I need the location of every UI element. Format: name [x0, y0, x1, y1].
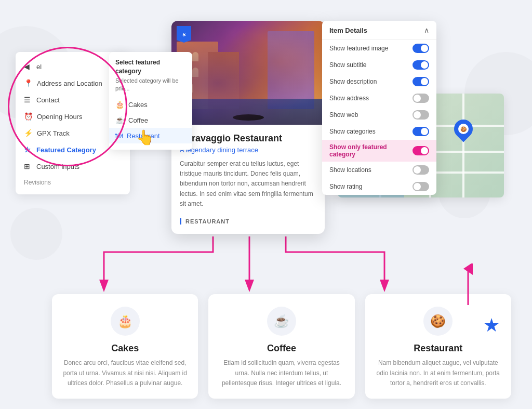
- star-icon: ☆: [24, 146, 32, 154]
- contact-icon: ☰: [24, 96, 32, 104]
- sidebar-item-back-label: el: [36, 63, 42, 71]
- category-panel-header: Select featured category Selected catego…: [109, 58, 192, 97]
- sidebar-item-custom-label: Custom inputs: [36, 163, 79, 170]
- bottom-card-coffee: ☕ Coffee Etiam id sollicitudin quam, viv…: [208, 294, 354, 399]
- category-item-coffee[interactable]: ☕ Coffee: [109, 112, 192, 128]
- restaurant-card-desc-bottom: Nam bibendum aliquet augue, vel vulputat…: [374, 358, 503, 388]
- category-restaurant-label: Restaurant: [127, 132, 160, 140]
- category-item-restaurant[interactable]: 🍽 Restaurant: [109, 128, 192, 143]
- clock-icon: ⏰: [24, 112, 33, 121]
- toggle-row-0: Show featured image: [322, 40, 436, 57]
- restaurant-card-title-bottom: Restaurant: [374, 343, 503, 354]
- category-select-panel: Select featured category Selected catego…: [109, 52, 192, 150]
- cakes-card-desc: Donec arcu orci, faucibus vitae eleifend…: [60, 358, 190, 388]
- toggle-row-1: Show subtitle: [322, 57, 436, 73]
- bottom-card-cakes: 🎂 Cakes Donec arcu orci, faucibus vitae …: [52, 294, 198, 399]
- map-pin-icon: 🍪: [460, 126, 467, 132]
- toggle-row-8: Show rating: [322, 178, 436, 195]
- toggle-label-2: Show description: [329, 78, 377, 85]
- toggle-label-3: Show address: [329, 95, 369, 102]
- coffee-icon: ☕: [115, 116, 124, 124]
- back-icon: ◀: [24, 62, 32, 71]
- sidebar-item-hours-label: Opening Hours: [37, 113, 82, 121]
- category-coffee-label: Coffee: [128, 116, 148, 124]
- toggle-switch-4[interactable]: [413, 110, 429, 120]
- category-panel-subtitle: Selected category will be prio...: [115, 77, 179, 91]
- restaurant-card-subtitle: A legendary dining terrace: [180, 146, 316, 154]
- toggle-row-7: Show locations: [322, 162, 436, 178]
- restaurant-card-description: Curabitur semper erat eu tellus luctus, …: [180, 159, 316, 209]
- bookmark-icon: ★: [177, 26, 191, 43]
- restaurant-card: ★ Caravaggio Restaurant A legendary dini…: [171, 21, 325, 234]
- image-overlay: [171, 21, 325, 125]
- item-details-panel: Item Details ∧ Show featured imageShow s…: [322, 21, 436, 195]
- bottom-cards-container: 🎂 Cakes Donec arcu orci, faucibus vitae …: [52, 294, 511, 399]
- toggle-label-6: Show only featured category: [329, 143, 413, 158]
- gpx-icon: ⚡: [24, 129, 33, 137]
- restaurant-card-image: ★: [171, 21, 325, 125]
- toggle-label-8: Show rating: [329, 183, 362, 190]
- restaurant-card-body: Caravaggio Restaurant A legendary dining…: [171, 125, 325, 234]
- revisions-section: Revisions: [16, 175, 130, 188]
- sidebar-item-gpx-label: GPX Track: [37, 129, 70, 137]
- toggle-label-0: Show featured image: [329, 45, 388, 52]
- restaurant-card-title: Caravaggio Restaurant: [180, 133, 316, 144]
- sidebar-item-featured-label: Featured Category: [36, 146, 96, 154]
- toggle-label-4: Show web: [329, 111, 358, 118]
- grid-icon: ⊞: [24, 162, 32, 170]
- toggle-row-5: Show categories: [322, 123, 436, 140]
- star-decoration: ★: [483, 314, 500, 336]
- coffee-card-desc: Etiam id sollicitudin quam, viverra eges…: [217, 358, 346, 388]
- toggle-switch-7[interactable]: [413, 165, 429, 175]
- toggle-row-2: Show description: [322, 73, 436, 90]
- toggle-switch-5[interactable]: [413, 127, 429, 136]
- map-pin: 🍪: [454, 120, 473, 138]
- arrows-container: [52, 236, 483, 294]
- toggle-switch-0[interactable]: [413, 44, 429, 53]
- restaurant-card-icon: 🍪: [423, 307, 453, 336]
- toggle-label-1: Show subtitle: [329, 61, 366, 69]
- category-item-cakes[interactable]: 🎂 Cakes: [109, 97, 192, 112]
- chevron-up-icon[interactable]: ∧: [424, 26, 429, 34]
- map-pin-inner: 🍪: [458, 124, 469, 134]
- cakes-card-icon: 🎂: [111, 307, 140, 336]
- toggle-switch-6[interactable]: [413, 146, 429, 155]
- sidebar-item-custom[interactable]: ⊞ Custom inputs: [16, 158, 130, 175]
- location-icon: 📍: [24, 79, 33, 87]
- item-details-header: Item Details ∧: [322, 21, 436, 40]
- category-cakes-label: Cakes: [128, 101, 148, 109]
- coffee-card-title: Coffee: [217, 343, 346, 354]
- toggle-row-3: Show address: [322, 90, 436, 107]
- toggle-switch-2[interactable]: [413, 77, 429, 86]
- toggle-rows: Show featured imageShow subtitleShow des…: [322, 40, 436, 195]
- toggle-row-4: Show web: [322, 107, 436, 123]
- item-details-title: Item Details: [329, 27, 367, 34]
- coffee-card-icon: ☕: [267, 307, 296, 336]
- map-pin-circle: 🍪: [450, 116, 477, 142]
- category-panel-title: Select featured category: [115, 58, 186, 76]
- toggle-switch-3[interactable]: [413, 94, 429, 103]
- cakes-icon: 🎂: [115, 100, 124, 109]
- restaurant-icon: 🍽: [115, 131, 123, 140]
- toggle-label-5: Show categories: [329, 128, 376, 135]
- toggle-row-6: Show only featured category: [322, 140, 436, 162]
- restaurant-card-tag: RESTAURANT: [180, 218, 230, 225]
- arrow-map-up: [460, 263, 476, 305]
- map-road-v3: [462, 94, 464, 197]
- toggle-switch-1[interactable]: [413, 60, 429, 70]
- cakes-card-title: Cakes: [60, 343, 190, 354]
- sidebar-item-contact-label: Contact: [36, 96, 60, 104]
- toggle-switch-8[interactable]: [413, 182, 429, 191]
- bottom-card-restaurant: 🍪 Restaurant Nam bibendum aliquet augue,…: [365, 294, 511, 399]
- sidebar-item-address-label: Address and Location: [37, 80, 102, 87]
- toggle-label-7: Show locations: [329, 166, 371, 174]
